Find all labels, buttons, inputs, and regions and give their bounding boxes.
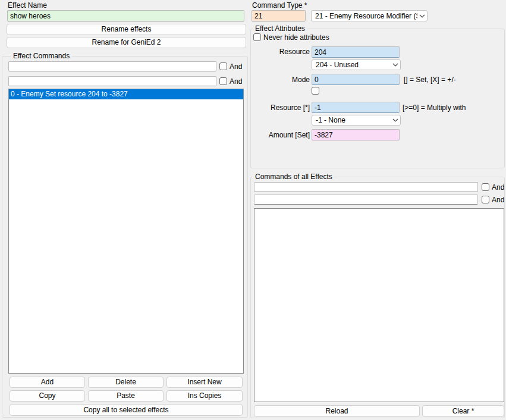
effect-commands-filter-input-1[interactable]	[8, 61, 216, 71]
and-label: And	[492, 196, 504, 204]
rename-for-genied2-button[interactable]: Rename for GeniEd 2	[7, 37, 246, 48]
never-hide-attributes-checkbox[interactable]	[253, 33, 261, 41]
command-type-dropdown-value: 21 - Enemy Resource Modifier (Set/	[315, 12, 417, 20]
never-hide-attributes-label: Never hide attributes	[263, 33, 329, 42]
resource-mult-label: Resource [*]	[250, 104, 310, 112]
commands-all-filter-and-checkbox-1[interactable]	[482, 183, 489, 191]
clear-button[interactable]: Clear *	[422, 405, 504, 417]
resource-mult-input[interactable]	[312, 102, 400, 113]
delete-button[interactable]: Delete	[88, 377, 164, 388]
mode-checkbox[interactable]	[312, 87, 319, 95]
resource-mult-note: [>=0] = Multiply with	[403, 104, 466, 112]
commands-all-filter-input-2[interactable]	[254, 195, 478, 205]
commands-of-all-effects-group-title: Commands of all Effects	[253, 173, 335, 181]
ins-copies-button[interactable]: Ins Copies	[166, 390, 243, 402]
paste-button[interactable]: Paste	[88, 390, 164, 402]
chevron-down-icon	[391, 63, 400, 67]
mode-input[interactable]	[312, 74, 400, 85]
effect-commands-list[interactable]: 0 - Enemy Set resource 204 to -3827	[8, 89, 244, 374]
effect-name-label: Effect Name	[8, 1, 47, 10]
insert-new-button[interactable]: Insert New	[166, 377, 243, 388]
amount-label: Amount [Set]	[250, 131, 310, 139]
effect-name-input[interactable]	[7, 10, 244, 21]
chevron-down-icon	[417, 14, 427, 18]
resource-input[interactable]	[312, 46, 400, 58]
resource-dropdown-value: 204 - Unused	[316, 61, 391, 69]
effect-attributes-group-title: Effect Attributes	[253, 24, 307, 33]
effect-command-list-item[interactable]: 0 - Enemy Set resource 204 to -3827	[9, 89, 243, 99]
mode-note: [] = Set, [X] = +/-	[404, 76, 456, 84]
and-label: And	[230, 62, 242, 71]
amount-input[interactable]	[312, 129, 400, 140]
effect-commands-filter-input-2[interactable]	[8, 76, 216, 86]
reload-button[interactable]: Reload	[254, 405, 420, 417]
copy-all-to-selected-effects-button[interactable]: Copy all to selected effects	[10, 404, 243, 416]
commands-all-filter-and-checkbox-2[interactable]	[482, 196, 489, 203]
command-type-input[interactable]	[252, 10, 306, 21]
effect-commands-group-title: Effect Commands	[11, 52, 72, 60]
commands-all-filter-input-1[interactable]	[254, 182, 478, 192]
effect-commands-filter-and-checkbox-1[interactable]	[219, 62, 227, 70]
resource-mult-dropdown-value: -1 - None	[316, 116, 391, 124]
commands-of-all-effects-list[interactable]	[254, 208, 504, 402]
resource-mult-dropdown[interactable]: -1 - None	[312, 115, 401, 126]
rename-effects-button[interactable]: Rename effects	[7, 24, 246, 35]
chevron-down-icon	[391, 118, 400, 122]
effect-commands-filter-and-checkbox-2[interactable]	[219, 77, 227, 85]
and-label: And	[492, 183, 504, 192]
and-label: And	[230, 77, 242, 86]
add-button[interactable]: Add	[10, 377, 85, 388]
resource-dropdown[interactable]: 204 - Unused	[312, 59, 401, 70]
command-type-label: Command Type *	[252, 1, 307, 10]
command-type-dropdown[interactable]: 21 - Enemy Resource Modifier (Set/	[311, 10, 428, 21]
mode-label: Mode	[250, 76, 310, 84]
resource-label: Resource	[250, 48, 310, 56]
copy-button[interactable]: Copy	[10, 390, 85, 402]
